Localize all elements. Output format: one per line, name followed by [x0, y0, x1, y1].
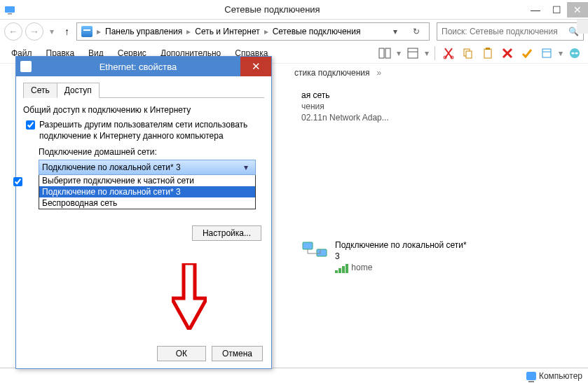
second-option-row: [26, 209, 264, 218]
address-dropdown[interactable]: ▾: [387, 27, 404, 36]
dialog-tabs: Сеть Доступ: [23, 82, 264, 98]
second-option-checkbox[interactable]: [13, 177, 22, 186]
svg-rect-16: [317, 249, 327, 256]
signal-icon: [335, 262, 349, 273]
address-bar[interactable]: ▸ Панель управления ▸ Сеть и Интернет ▸ …: [76, 22, 430, 41]
svg-rect-9: [466, 51, 472, 58]
search-box[interactable]: 🔍: [437, 22, 584, 41]
home-connection-label: Подключение домашней сети:: [39, 147, 264, 157]
properties-icon[interactable]: [539, 46, 554, 61]
delete-icon[interactable]: [500, 46, 515, 61]
home-connection-combo[interactable]: Подключение по локальной сети* 3 ▾: [39, 160, 256, 175]
scrollbar-stub: [577, 20, 588, 34]
cut-icon[interactable]: [441, 46, 456, 61]
svg-rect-10: [484, 49, 491, 58]
tab-network[interactable]: Сеть: [23, 83, 57, 98]
connection-sub: home: [335, 262, 470, 273]
control-panel-icon: [81, 26, 93, 37]
close-button[interactable]: ✕: [567, 2, 588, 18]
network-icon: [301, 239, 329, 265]
back-button[interactable]: ←: [4, 22, 22, 41]
connection-name: Подключение по локальной сети* 3: [335, 239, 470, 262]
forward-button[interactable]: →: [25, 22, 43, 41]
copy-icon[interactable]: [460, 46, 476, 61]
svg-rect-2: [379, 48, 384, 58]
breadcrumb-item[interactable]: Панель управления: [105, 27, 182, 36]
allow-sharing-label: Разрешить другим пользователям сети испо…: [39, 119, 264, 141]
breadcrumb-item[interactable]: Сеть и Интернет: [195, 27, 259, 36]
status-computer[interactable]: Компьютер: [526, 371, 582, 381]
svg-rect-11: [486, 48, 490, 50]
connection-sub-fragment: чения: [301, 101, 389, 112]
check-icon[interactable]: [519, 46, 535, 61]
dialog-close-button[interactable]: ✕: [240, 57, 271, 76]
shell-icon[interactable]: [567, 46, 582, 61]
combo-option[interactable]: Беспроводная сеть: [39, 197, 255, 209]
window-title: Сетевые подключения: [20, 4, 525, 15]
refresh-button[interactable]: ↻: [408, 27, 425, 36]
connection-item[interactable]: Подключение по локальной сети* 3 home: [301, 239, 470, 274]
dialog-title: Ethernet: свойства: [36, 62, 240, 72]
paste-icon[interactable]: [480, 46, 495, 61]
up-button[interactable]: ↑: [64, 26, 69, 37]
combo-option[interactable]: Выберите подключение к частной сети: [39, 175, 255, 186]
svg-rect-4: [408, 48, 418, 58]
status-bar: Компьютер: [0, 368, 588, 383]
home-connection-dropdown: Выберите подключение к частной сети Подк…: [39, 175, 256, 209]
settings-button[interactable]: Настройка...: [192, 225, 261, 241]
minimize-button[interactable]: —: [525, 2, 546, 18]
tab-sharing[interactable]: Доступ: [57, 83, 100, 98]
dialog-footer: ОК Отмена: [157, 346, 263, 361]
navigation-bar: ← → ▾ ↑ ▸ Панель управления ▸ Сеть и Инт…: [0, 20, 588, 43]
app-icon: [4, 4, 15, 15]
status-computer-label: Компьютер: [539, 371, 582, 381]
combo-value: Подключение по локальной сети* 3: [42, 162, 240, 172]
combo-option[interactable]: Подключение по локальной сети* 3: [39, 186, 255, 197]
layout-icon[interactable]: [377, 46, 392, 61]
svg-rect-3: [385, 48, 390, 58]
properties-dialog: Ethernet: свойства ✕ Сеть Доступ Общий д…: [15, 56, 272, 369]
sharing-group-title: Общий доступ к подключению к Интернету: [23, 105, 264, 115]
view-icon[interactable]: [405, 46, 421, 61]
chevrons-icon[interactable]: »: [377, 68, 382, 78]
computer-icon: [526, 372, 536, 380]
allow-sharing-row: Разрешить другим пользователям сети испо…: [26, 119, 264, 141]
dialog-body: Сеть Доступ Общий доступ к подключению к…: [16, 76, 271, 368]
connection-name-fragment: ая сеть: [301, 90, 389, 101]
search-input[interactable]: [442, 27, 564, 36]
toolbar: ▾ ▾ ▾: [377, 46, 582, 61]
breadcrumb-item[interactable]: Сетевые подключения: [273, 27, 361, 36]
cancel-button[interactable]: Отмена: [212, 346, 263, 361]
svg-rect-0: [5, 6, 15, 13]
maximize-button[interactable]: ☐: [546, 2, 567, 18]
command-label[interactable]: стика подключения: [294, 68, 370, 78]
window-titlebar: Сетевые подключения — ☐ ✕: [0, 0, 588, 20]
connection-adapter-fragment: 02.11n Network Adap...: [301, 112, 389, 123]
window-controls: — ☐ ✕: [525, 2, 588, 18]
allow-sharing-checkbox[interactable]: [26, 120, 35, 130]
dialog-titlebar[interactable]: Ethernet: свойства ✕: [16, 57, 271, 76]
ok-button[interactable]: ОК: [157, 346, 206, 361]
svg-rect-15: [303, 242, 313, 249]
svg-rect-1: [8, 13, 12, 15]
svg-rect-12: [542, 49, 551, 57]
chevron-down-icon: ▾: [240, 162, 252, 172]
connection-item[interactable]: ая сеть чения 02.11n Network Adap...: [301, 90, 413, 124]
history-dropdown[interactable]: ▾: [46, 27, 57, 36]
dialog-icon: [20, 61, 32, 72]
